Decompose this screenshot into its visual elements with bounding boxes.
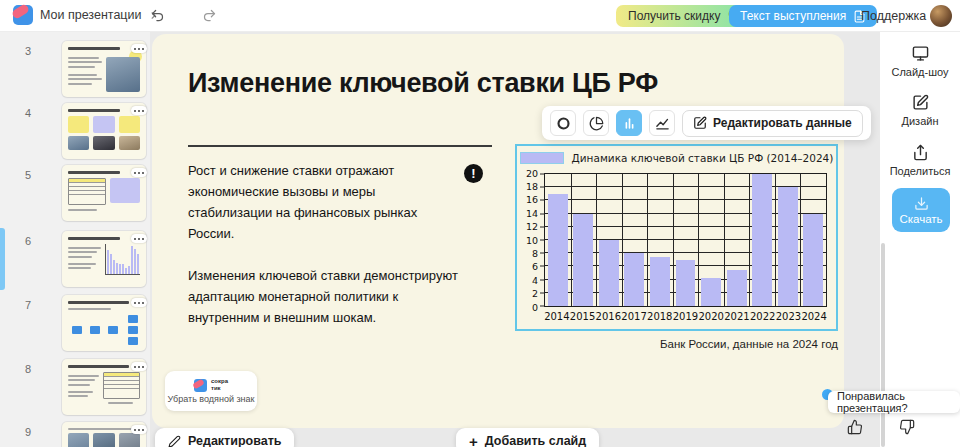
chart-legend: Динамика ключевой ставки ЦБ РФ (2014–202… bbox=[517, 152, 836, 164]
slide-number: 6 bbox=[25, 235, 31, 247]
thumbnail-preview bbox=[68, 171, 140, 211]
x-tick-label: 2015 bbox=[570, 311, 596, 322]
user-avatar[interactable] bbox=[930, 5, 952, 27]
donut-chart-icon bbox=[556, 116, 571, 131]
slide-number: 7 bbox=[25, 299, 31, 311]
selected-slide-indicator bbox=[0, 228, 5, 290]
more-options-icon[interactable] bbox=[131, 234, 147, 243]
thumbs-down-button[interactable] bbox=[899, 419, 915, 435]
y-tick-label: 6 bbox=[532, 262, 538, 272]
share-icon bbox=[912, 144, 929, 161]
chart-x-axis: 2014201520162017201820192020202120222023… bbox=[544, 309, 827, 324]
add-slide-button[interactable]: + Добавить слайд bbox=[456, 428, 599, 447]
bar-2023[interactable] bbox=[778, 187, 798, 306]
line-chart-type-button[interactable] bbox=[649, 110, 675, 136]
x-tick-label: 2014 bbox=[544, 311, 570, 322]
thumbs-down-icon bbox=[899, 419, 915, 435]
support-link[interactable]: Поддержка bbox=[861, 9, 926, 23]
plus-icon: + bbox=[469, 434, 478, 447]
y-tick-label: 8 bbox=[532, 249, 538, 259]
bar-2015[interactable] bbox=[573, 214, 593, 306]
slideshow-label: Слайд-шоу bbox=[891, 66, 948, 78]
slide-number: 5 bbox=[25, 169, 31, 181]
slide-thumbnail-3: 3 bbox=[0, 41, 150, 103]
design-button[interactable]: Дизайн bbox=[880, 94, 960, 127]
pie-chart-type-button[interactable] bbox=[583, 110, 609, 136]
more-options-icon[interactable] bbox=[131, 168, 147, 177]
y-tick-label: 12 bbox=[526, 222, 538, 232]
discount-label: Получить скидку bbox=[628, 9, 720, 23]
bar-2024[interactable] bbox=[803, 214, 823, 306]
bar-2021[interactable] bbox=[727, 270, 747, 306]
edit-slide-button[interactable]: Редактировать bbox=[155, 428, 294, 447]
speech-text-button[interactable]: Текст выступления bbox=[729, 5, 877, 27]
top-bar: Мои презентации Получить скидку % Текст … bbox=[0, 0, 960, 32]
slide-body-text[interactable]: Рост и снижение ставки отражают экономич… bbox=[188, 160, 462, 349]
x-tick-label: 2018 bbox=[647, 311, 673, 322]
current-slide[interactable]: Изменение ключевой ставки ЦБ РФ Рост и с… bbox=[152, 34, 844, 428]
chart-source-caption[interactable]: Банк России, данные на 2024 год bbox=[660, 338, 838, 350]
bar-2018[interactable] bbox=[650, 257, 670, 307]
download-label: Скачать bbox=[899, 213, 942, 225]
download-button[interactable]: Скачать bbox=[892, 188, 950, 232]
watermark-brand: сокра тик bbox=[211, 378, 228, 392]
slide-title[interactable]: Изменение ключевой ставки ЦБ РФ bbox=[188, 68, 808, 99]
legend-swatch bbox=[520, 152, 564, 164]
bar-chart[interactable]: Динамика ключевой ставки ЦБ РФ (2014–202… bbox=[515, 144, 838, 331]
breadcrumb[interactable]: Мои презентации bbox=[13, 5, 159, 25]
slide-number: 9 bbox=[25, 426, 31, 438]
slide-thumbnail-9: 9 bbox=[0, 422, 150, 447]
more-options-icon[interactable] bbox=[131, 362, 147, 371]
alert-icon[interactable]: ! bbox=[464, 164, 483, 183]
y-tick-label: 0 bbox=[532, 302, 538, 312]
bar-2014[interactable] bbox=[548, 194, 568, 306]
more-options-icon[interactable] bbox=[131, 44, 147, 53]
thumbs-up-icon bbox=[847, 419, 863, 435]
undo-icon bbox=[150, 8, 165, 23]
share-button[interactable]: Поделиться bbox=[880, 144, 960, 177]
monitor-icon bbox=[912, 45, 929, 62]
chart-plot bbox=[544, 173, 827, 307]
design-label: Дизайн bbox=[902, 115, 939, 127]
slideshow-button[interactable]: Слайд-шоу bbox=[880, 45, 960, 78]
more-options-icon[interactable] bbox=[131, 425, 147, 434]
bar-chart-type-button[interactable] bbox=[616, 110, 642, 136]
y-tick-label: 14 bbox=[526, 208, 538, 218]
pie-chart-icon bbox=[589, 116, 604, 131]
slide-thumbnail-7: 7 bbox=[0, 295, 150, 357]
bar-2016[interactable] bbox=[599, 240, 619, 306]
x-tick-label: 2019 bbox=[673, 311, 699, 322]
remove-watermark-button[interactable]: сокра тик Убрать водяной знак bbox=[165, 371, 257, 411]
more-options-icon[interactable] bbox=[131, 106, 147, 115]
more-options-icon[interactable] bbox=[131, 298, 147, 307]
canvas-scrollbar[interactable] bbox=[881, 243, 885, 447]
presentation-editor: Мои презентации Получить скидку % Текст … bbox=[0, 0, 960, 447]
y-tick-label: 16 bbox=[526, 195, 538, 205]
bar-2017[interactable] bbox=[624, 253, 644, 306]
bar-2020[interactable] bbox=[701, 278, 721, 306]
bar-2019[interactable] bbox=[676, 260, 696, 306]
edit-icon bbox=[693, 116, 707, 130]
paragraph: Рост и снижение ставки отражают экономич… bbox=[188, 160, 462, 244]
speech-label: Текст выступления bbox=[740, 9, 846, 23]
thumbnail-preview bbox=[68, 237, 140, 275]
editor-canvas: Изменение ключевой ставки ЦБ РФ Рост и с… bbox=[150, 32, 880, 447]
breadcrumb-label: Мои презентации bbox=[40, 8, 141, 22]
x-tick-label: 2016 bbox=[595, 311, 621, 322]
edit-slide-label: Редактировать bbox=[188, 434, 281, 447]
donut-chart-type-button[interactable] bbox=[550, 110, 576, 136]
edit-data-label: Редактировать данные bbox=[713, 116, 852, 130]
y-tick-label: 20 bbox=[526, 168, 538, 178]
legend-label: Динамика ключевой ставки ЦБ РФ (2014–202… bbox=[572, 152, 834, 164]
undo-button[interactable] bbox=[150, 8, 165, 23]
remove-watermark-label: Убрать водяной знак bbox=[168, 394, 255, 404]
chart-toolbar: Редактировать данные bbox=[542, 106, 871, 140]
paragraph: Изменения ключевой ставки демонстрируют … bbox=[188, 265, 462, 328]
edit-data-button[interactable]: Редактировать данные bbox=[682, 110, 863, 137]
slide-number: 3 bbox=[25, 45, 31, 57]
redo-button[interactable] bbox=[202, 8, 217, 23]
bar-2022[interactable] bbox=[752, 174, 772, 306]
thumbs-up-button[interactable] bbox=[847, 419, 863, 435]
x-tick-label: 2022 bbox=[750, 311, 776, 322]
feedback-tooltip: Понравилась презентация? bbox=[828, 391, 960, 413]
